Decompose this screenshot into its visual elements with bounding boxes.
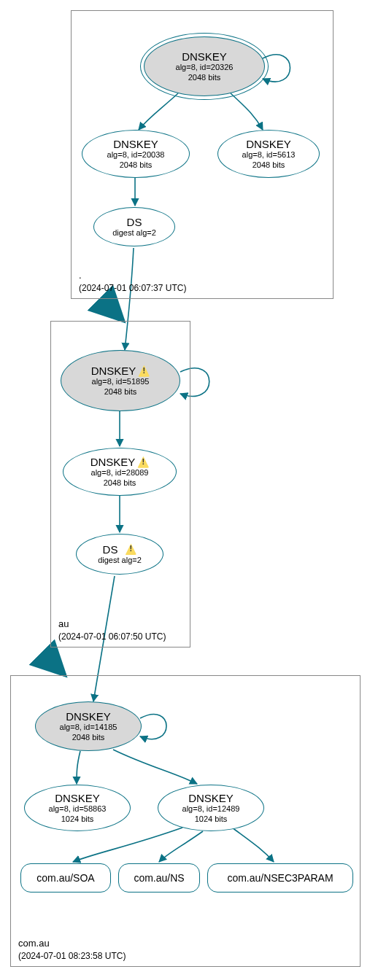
node-comau-ns: com.au/NS <box>118 863 200 892</box>
node-comau-ns-label: com.au/NS <box>134 872 184 884</box>
node-root-ksk-title: DNSKEY <box>182 50 227 63</box>
dnssec-diagram: . (2024-07-01 06:07:37 UTC) DNSKEY alg=8… <box>0 0 370 980</box>
node-comau-ksk-alg: alg=8, id=14185 <box>60 723 117 732</box>
zone-root-timestamp: (2024-07-01 06:07:37 UTC) <box>79 282 186 294</box>
node-comau-nsec-label: com.au/NSEC3PARAM <box>227 872 333 884</box>
node-comau-ksk-title: DNSKEY <box>66 710 111 723</box>
node-au-ksk-bits: 2048 bits <box>104 387 137 397</box>
node-root-ds-title: DS <box>127 216 142 228</box>
node-au-zsk-title: DNSKEY <box>90 456 136 468</box>
node-comau-zsk1-alg: alg=8, id=58863 <box>49 804 107 814</box>
zone-comau-label: com.au (2024-07-01 08:23:58 UTC) <box>18 937 126 962</box>
node-comau-zsk2-title: DNSKEY <box>188 792 234 804</box>
node-root-extra: DNSKEY alg=8, id=5613 2048 bits <box>217 130 320 178</box>
zone-comau-timestamp: (2024-07-01 08:23:58 UTC) <box>18 950 126 962</box>
node-comau-ksk: DNSKEY alg=8, id=14185 2048 bits <box>35 701 142 751</box>
node-comau-zsk1-bits: 1024 bits <box>61 814 94 824</box>
zone-comau-name: com.au <box>18 937 126 950</box>
zone-au-timestamp: (2024-07-01 06:07:50 UTC) <box>58 631 166 642</box>
node-root-ds: DS digest alg=2 <box>93 207 175 246</box>
node-root-zsk-alg: alg=8, id=20038 <box>107 150 165 160</box>
node-root-ds-digest: digest alg=2 <box>112 228 156 238</box>
node-root-extra-bits: 2048 bits <box>253 160 285 170</box>
node-au-ds: DS digest alg=2 <box>76 534 163 575</box>
zone-root-label: . (2024-07-01 06:07:37 UTC) <box>79 269 186 294</box>
node-comau-zsk2-alg: alg=8, id=12489 <box>182 804 240 814</box>
node-root-extra-alg: alg=8, id=5613 <box>242 150 296 160</box>
warning-icon <box>137 456 149 468</box>
node-au-zsk: DNSKEY alg=8, id=28089 2048 bits <box>63 448 177 496</box>
node-au-ds-digest: digest alg=2 <box>98 556 142 565</box>
edge-into-comau-zone <box>55 665 65 675</box>
zone-au-name: au <box>58 618 166 631</box>
node-root-extra-title: DNSKEY <box>246 138 291 150</box>
node-au-zsk-alg: alg=8, id=28089 <box>91 468 149 478</box>
node-root-zsk-bits: 2048 bits <box>120 160 153 170</box>
node-root-ksk: DNSKEY alg=8, id=20326 2048 bits <box>144 36 265 96</box>
edge-into-au-zone <box>113 311 123 321</box>
node-comau-soa-label: com.au/SOA <box>36 872 94 884</box>
warning-icon <box>138 365 150 377</box>
warning-icon <box>125 543 136 555</box>
node-comau-zsk1: DNSKEY alg=8, id=58863 1024 bits <box>24 785 131 831</box>
node-au-zsk-bits: 2048 bits <box>104 478 136 488</box>
node-comau-ksk-bits: 2048 bits <box>72 733 105 742</box>
node-comau-zsk2-bits: 1024 bits <box>195 814 228 824</box>
node-au-ksk-title: DNSKEY <box>91 365 136 377</box>
node-comau-zsk1-title: DNSKEY <box>55 792 100 804</box>
node-root-ksk-bits: 2048 bits <box>188 73 221 82</box>
node-comau-nsec: com.au/NSEC3PARAM <box>207 863 353 892</box>
node-au-ksk: DNSKEY alg=8, id=51895 2048 bits <box>61 350 180 411</box>
node-root-ksk-alg: alg=8, id=20326 <box>176 63 234 72</box>
node-comau-soa: com.au/SOA <box>20 863 111 892</box>
zone-au-label: au (2024-07-01 06:07:50 UTC) <box>58 618 166 642</box>
zone-root-name: . <box>79 269 186 282</box>
node-root-zsk: DNSKEY alg=8, id=20038 2048 bits <box>82 130 190 178</box>
node-au-ds-title: DS <box>103 543 118 556</box>
node-root-zsk-title: DNSKEY <box>113 138 158 150</box>
node-au-ksk-alg: alg=8, id=51895 <box>92 377 150 386</box>
node-comau-zsk2: DNSKEY alg=8, id=12489 1024 bits <box>158 785 264 831</box>
